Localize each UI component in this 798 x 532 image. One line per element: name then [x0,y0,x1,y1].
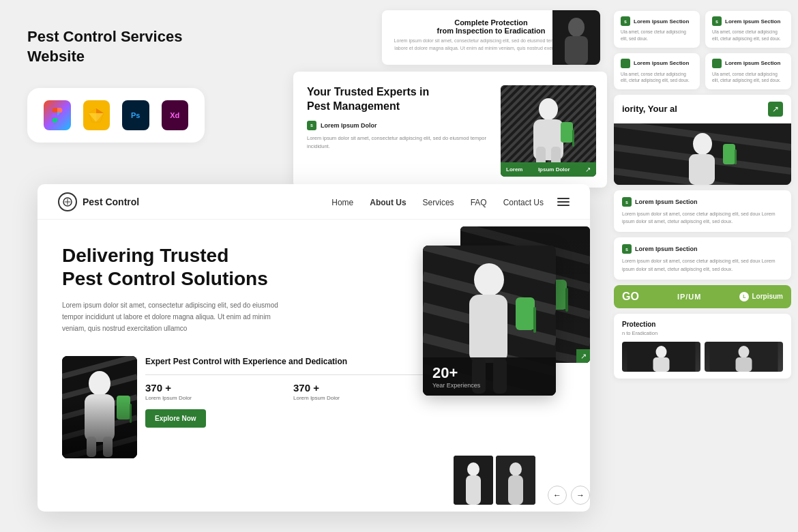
hero-left: Delivering Trusted Pest Control Solution… [38,220,454,512]
protection-card: Protection n to Eradication [614,314,791,379]
divider [145,374,433,375]
rc2-content: Ula amet, conse ctetur adipiscing elit, … [712,29,784,42]
svg-point-10 [539,98,558,120]
nav-contact[interactable]: Contact Us [503,196,544,208]
nav-bar: Pest Control Home About Us Services FAQ … [38,184,590,220]
priority-arrow[interactable]: ↗ [768,102,783,117]
upper-subtitle: Lorem Ipsum Dolor [321,122,377,129]
hero-title: Delivering Trusted Pest Control Solution… [62,244,433,290]
nav-home[interactable]: Home [331,196,353,208]
expert-info-title: Expert Pest Control with Experience and … [145,356,433,368]
rc5-header: s Lorem Ipsum Section [622,244,783,254]
svg-rect-64 [469,295,507,363]
right-card-2b: Lorem ipsum Section Ula amet, conse ctet… [705,53,791,90]
nav-contact-link[interactable]: Contact Us [503,198,544,207]
protection-img-2 [705,342,783,372]
rc5-title: Lorem Ipsum Section [635,246,698,252]
upper-hero-title: Your Trusted Experts in Pest Management [307,85,490,114]
nav-about-link[interactable]: About Us [370,198,406,207]
priority-image [614,123,791,185]
stat-1: 370 + Lorem Ipsum Dolor [145,382,285,401]
sketch-icon[interactable] [83,100,110,130]
upper-preview-card: Your Trusted Experts in Pest Management … [293,72,607,188]
upper-desc: Lorem ipsum dolor sit amet, consectetur … [307,134,490,151]
nav-logo: Pest Control [58,192,139,211]
expert-info: Expert Pest Control with Experience and … [145,356,433,458]
expert-box: Expert Pest Control with Experience and … [62,356,433,458]
right-card-2: s Lorem ipsum Section Ula amet, conse ct… [705,11,791,48]
svg-rect-68 [533,307,536,333]
svg-point-78 [656,346,667,358]
svg-rect-6 [565,36,588,65]
svg-rect-14 [561,122,573,143]
green-badge: Lorem Ipsum Dolor ↗ [501,162,596,177]
hero-bottom-img-1 [454,456,493,505]
nav-home-link[interactable]: Home [331,198,353,207]
photoshop-icon[interactable]: Ps [122,100,149,130]
top-card: Complete Protection from Inspection to E… [382,10,600,65]
rc1-dot: s [621,16,630,26]
hero-large-floating-img: 20+ Year Experiences [423,246,556,396]
svg-rect-34 [85,394,115,442]
svg-point-63 [474,263,504,296]
hero-bottom-imgs [454,456,535,505]
next-arrow[interactable]: → [571,486,590,505]
rc5-dot: s [622,244,632,254]
svg-point-55 [509,462,522,476]
nav-services-link[interactable]: Services [423,198,454,207]
explore-button[interactable]: Explore Now [145,409,206,428]
hero-bottom-img-2 [496,456,535,505]
tools-box: Ps Xd [27,88,205,143]
rc1-title: Lorem ipsum Section [634,18,689,25]
nav-services[interactable]: Services [423,196,454,208]
svg-rect-36 [103,437,113,457]
year-label: Year Experiences [432,382,546,389]
upper-hero-img: Lorem Ipsum Dolor ↗ [501,85,596,177]
nav-faq[interactable]: FAQ [471,196,487,208]
nav-about[interactable]: About Us [370,196,406,208]
right-card-2a: Lorem ipsum Section Ula amet, conse ctet… [614,53,700,90]
stat-2: 370 + Lorem Ipsum Dolor [293,382,433,401]
protection-img-1 [622,342,700,372]
rc2-title: Lorem ipsum Section [725,18,780,25]
stat-1-label: Lorem Ipsum Dolor [145,395,285,401]
protection-sub: n to Eradication [622,330,783,336]
brand-go: GO [622,291,639,303]
nav-faq-link[interactable]: FAQ [471,198,487,207]
upper-dot: s [307,121,316,130]
nav-links: Home About Us Services FAQ Contact Us [331,196,544,208]
stat-1-number: 370 + [145,382,285,394]
right-card-4: s Lorem Ipsum Section Lorem ipsum dolor … [614,190,791,232]
svg-point-33 [89,371,110,396]
prev-arrow[interactable]: ← [548,486,567,505]
right-card-1: s Lorem ipsum Section Ula amet, conse ct… [614,11,700,48]
right-panel: s Lorem ipsum Section Ula amet, conse ct… [607,0,798,532]
rc4-header: s Lorem Ipsum Section [622,197,783,207]
figma-icon[interactable] [44,100,71,130]
svg-rect-35 [87,437,96,457]
brand-bar: GO IP/UM L Lorpisum [614,285,791,308]
rc2-header: s Lorem ipsum Section [712,16,784,26]
stats-row: 370 + Lorem Ipsum Dolor 370 + Lorem Ipsu… [145,382,433,401]
svg-rect-50 [565,288,568,312]
priority-title: iority, Your al [622,104,677,115]
svg-rect-38 [130,404,132,423]
svg-point-5 [568,18,585,37]
upper-subtitle-row: s Lorem Ipsum Dolor [307,121,490,130]
rc2b-dot [712,59,722,68]
svg-rect-82 [736,357,752,372]
svg-line-32 [62,438,137,458]
brand-logo-circle: L [739,292,749,301]
svg-point-73 [693,133,712,155]
hero-description: Lorem ipsum dolor sit amet, consectetur … [62,299,294,334]
right-card-5: s Lorem Ipsum Section Lorem ipsum dolor … [614,237,791,279]
xd-icon[interactable]: Xd [162,100,189,130]
rc4-dot: s [622,197,632,207]
protection-imgs [622,342,783,372]
upper-preview-left: Your Trusted Experts in Pest Management … [307,85,490,177]
svg-rect-67 [516,297,535,330]
rc1-content: Ula amet, conse ctetur adipiscing elit, … [621,29,693,42]
badge-arrow: ↗ [576,349,590,363]
hamburger-menu[interactable] [557,198,570,206]
rc4-title: Lorem Ipsum Section [635,198,698,205]
